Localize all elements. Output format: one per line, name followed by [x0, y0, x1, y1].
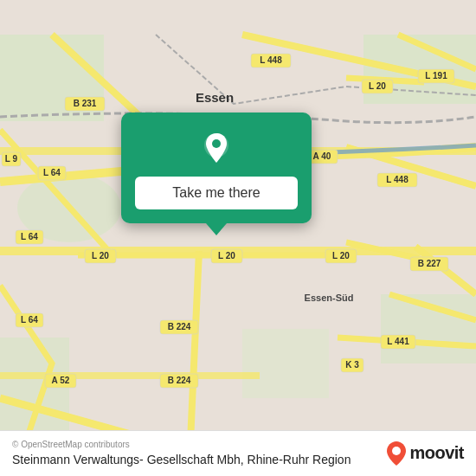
svg-text:L 448: L 448	[260, 55, 282, 65]
moovit-brand-text: moovit	[409, 443, 464, 463]
map-attribution: © OpenStreetMap contributors	[12, 440, 378, 449]
svg-text:B 224: B 224	[168, 376, 191, 385]
take-me-there-button[interactable]: Take me there	[135, 177, 298, 209]
svg-text:L 441: L 441	[387, 337, 409, 346]
popup-card: Take me there	[121, 113, 312, 223]
moovit-logo: moovit	[387, 441, 464, 466]
svg-text:A 40: A 40	[313, 151, 331, 161]
svg-text:Essen-Süd: Essen-Süd	[305, 293, 354, 303]
svg-text:Essen: Essen	[196, 90, 234, 105]
bottom-bar: © OpenStreetMap contributors Steinmann V…	[0, 430, 476, 476]
svg-text:A 52: A 52	[52, 376, 70, 385]
svg-text:L 448: L 448	[386, 175, 408, 184]
svg-text:B 224: B 224	[168, 322, 191, 331]
svg-text:B 227: B 227	[418, 259, 441, 268]
map-container: B 231 L 448 L 20 L 191 L 9 L 64 A 40 L 4…	[0, 0, 476, 476]
svg-text:K 3: K 3	[345, 360, 359, 370]
svg-text:L 20: L 20	[218, 251, 235, 261]
svg-text:L 64: L 64	[21, 315, 38, 325]
svg-rect-5	[0, 338, 69, 441]
moovit-pin-icon	[387, 441, 406, 466]
svg-text:L 20: L 20	[332, 251, 350, 261]
svg-text:L 20: L 20	[369, 81, 386, 91]
svg-text:B 231: B 231	[74, 99, 97, 108]
svg-text:L 20: L 20	[92, 251, 109, 261]
place-name: Steinmann Verwaltungs- Gesellschaft Mbh,…	[12, 452, 378, 467]
svg-rect-9	[0, 372, 260, 379]
place-info: © OpenStreetMap contributors Steinmann V…	[12, 440, 378, 467]
svg-text:L 64: L 64	[21, 232, 38, 241]
svg-point-52	[392, 447, 401, 455]
svg-text:L 191: L 191	[425, 71, 447, 80]
svg-text:L 64: L 64	[43, 168, 61, 177]
location-pin-icon	[197, 130, 235, 168]
svg-point-51	[212, 139, 221, 148]
svg-rect-6	[242, 329, 329, 398]
svg-text:L 9: L 9	[5, 154, 18, 164]
